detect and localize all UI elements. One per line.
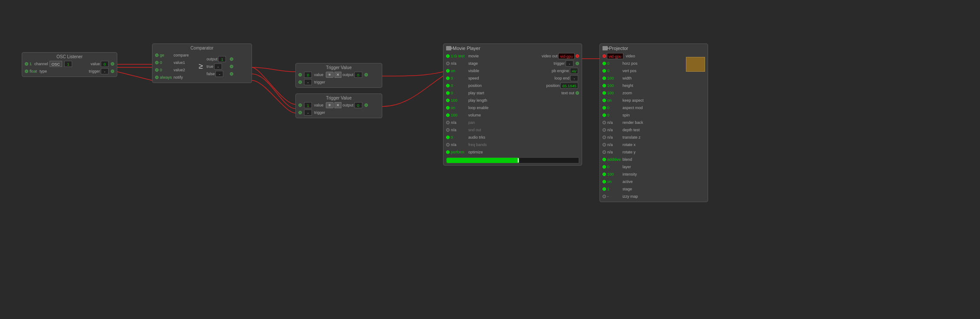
mp-optimize: optimize [468,150,483,154]
mp-port-6[interactable] [446,91,450,95]
proj-vidgpu: vid-gpu [607,53,623,59]
proj-horzpos: horz pos [622,61,638,66]
trigger1-port-value[interactable] [298,73,302,76]
mp-row-2: n/a stage trigger - [446,60,579,67]
trigger-val: - [101,68,109,74]
mp-row-6: 0 play start text out [446,90,579,96]
proj-na1: n/a [607,120,622,125]
mp-port-trigger[interactable] [576,62,579,65]
mp-na2: n/a [451,120,468,125]
proj-port-video[interactable] [603,54,606,58]
port-out-trigger[interactable] [111,70,114,73]
comp-row-v1: 0 [155,59,172,66]
mp-port-8[interactable] [446,106,450,110]
proj-na2: n/a [607,128,622,132]
proj-port-19[interactable] [603,187,606,191]
proj-port-15[interactable] [603,158,606,161]
mp-na4: n/a [451,143,468,147]
trigger2-port-out[interactable] [364,103,368,107]
port-true[interactable] [230,65,233,68]
mp-port-9[interactable] [446,113,450,117]
mp-port-1[interactable] [446,54,450,58]
mp-port-13[interactable] [446,143,450,146]
proj-port-16[interactable] [603,165,606,169]
mp-port-5[interactable] [446,84,450,87]
proj-na3: n/a [607,135,622,140]
proj-port-13[interactable] [603,143,606,146]
proj-row-10: n/a render back [603,119,705,126]
mp-port-vidout[interactable] [576,54,579,58]
proj-port-20[interactable] [603,195,606,198]
port-output[interactable] [230,57,233,61]
proj-on2: on [607,179,622,184]
proj-row-2: 0 horz pos [603,60,705,67]
proj-100-2: 100 [607,83,622,88]
proj-rotatex: rotate x [622,143,636,147]
comp-port-out1 [228,56,233,63]
port-v2[interactable] [155,68,159,72]
trigger2-port-trigger[interactable] [298,111,302,114]
mp-na3: n/a [451,128,468,132]
label-float: float [30,69,37,73]
trigger1-port-out[interactable] [364,73,368,76]
trigger1-label-trigger: trigger [314,80,325,84]
comp-out-1: output1 [206,56,227,63]
mp-trigger-val: - [566,60,573,66]
label-type: type [40,69,47,73]
proj-port-10[interactable] [603,121,606,124]
proj-na4: n/a [607,143,622,147]
proj-100-4: 100 [607,172,622,176]
mp-port-2[interactable] [446,62,450,65]
osc-listener-title: OSC Listener [25,54,114,59]
mp-row-8: on loop enable [446,104,579,111]
proj-port-9[interactable] [603,113,606,117]
mp-port-7[interactable] [446,99,450,102]
port-1[interactable] [25,62,28,66]
port-float[interactable] [25,70,28,73]
trigger2-title: Trigger Value [298,96,379,100]
proj-port-5[interactable] [603,84,606,87]
projector-title: Projector [603,46,705,51]
osc-row-1: 1 channel OSC 1 value 0 [25,60,114,67]
proj-port-11[interactable] [603,128,606,132]
proj-port-6[interactable] [603,91,606,95]
proj-port-14[interactable] [603,150,606,154]
trigger2-port-value[interactable] [298,103,302,107]
proj-port-17[interactable] [603,173,606,176]
label-always: always [160,75,172,80]
trigger1-title: Trigger Value [298,65,379,70]
trigger1-output-val: 0 [354,72,362,78]
port-false[interactable] [230,72,233,76]
mp-port-textout[interactable] [576,91,579,95]
trigger1-label-value: value [314,73,324,77]
proj-port-18[interactable] [603,180,606,183]
proj-port-12[interactable] [603,136,606,139]
proj-port-2[interactable] [603,62,606,65]
proj-port-8[interactable] [603,106,606,110]
trigger1-port-trigger[interactable] [298,80,302,84]
port-ge[interactable] [155,53,159,57]
mp-port-3[interactable] [446,69,450,73]
proj-port-3[interactable] [603,69,606,73]
mp-port-10[interactable] [446,121,450,124]
proj-port-4[interactable] [603,76,606,80]
proj-port-7[interactable] [603,99,606,102]
mp-pos-out: position [546,83,560,88]
osc-val: 1 [64,61,72,67]
value-val: 0 [101,61,109,67]
port-always[interactable] [155,76,159,79]
port-out-1[interactable] [111,62,114,66]
mp-1g: 1:G test [451,54,468,58]
trigger1-row1: 0 value ✳ ✕ output 0 [298,71,379,78]
mp-port-14[interactable] [446,150,450,154]
trigger1-ast-icon: ✳ [326,72,334,78]
mp-port-11[interactable] [446,128,450,132]
proj-row-17: 100 intensity [603,171,705,178]
trigger2-row2: - trigger [298,109,379,116]
proj-active: active [622,179,633,184]
port-v1[interactable] [155,61,159,64]
mp-port-12[interactable] [446,136,450,139]
mp-loopend: loop end [554,76,569,80]
comp-rlabel-4: notify [174,74,195,81]
mp-port-4[interactable] [446,76,450,80]
